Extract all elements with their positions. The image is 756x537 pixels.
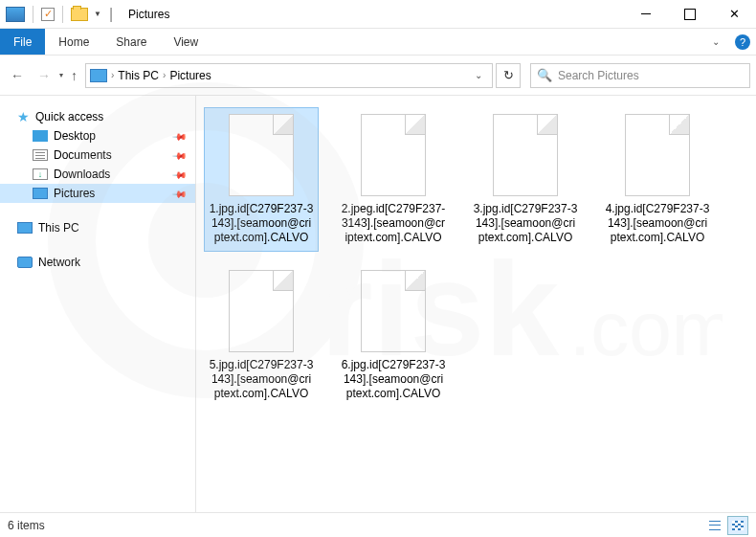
titlebar: ✓ ▼ | Pictures ✕ [0, 0, 756, 29]
forward-button[interactable]: → [33, 64, 56, 87]
pin-icon: 📌 [172, 128, 188, 144]
close-button[interactable]: ✕ [712, 0, 756, 29]
location-icon [90, 69, 107, 82]
address-dropdown-icon[interactable]: ⌄ [469, 70, 488, 80]
sidebar-item-pictures[interactable]: Pictures📌 [0, 184, 195, 203]
file-name: 1.jpg.id[C279F237-3143].[seamoon@criptex… [209, 202, 314, 245]
star-icon: ★ [17, 109, 30, 124]
sidebar-quick-access[interactable]: ★ Quick access [0, 107, 195, 126]
sidebar-label: Quick access [35, 110, 103, 123]
large-icons-view-button[interactable] [727, 516, 748, 535]
sidebar-item-label: Downloads [54, 168, 110, 181]
breadcrumb[interactable]: Pictures [169, 69, 211, 82]
sidebar-network[interactable]: Network [0, 253, 195, 272]
file-name: 6.jpg.id[C279F237-3143].[seamoon@criptex… [341, 358, 446, 401]
file-list[interactable]: 1.jpg.id[C279F237-3143].[seamoon@criptex… [196, 96, 756, 512]
chevron-right-icon[interactable]: › [111, 70, 114, 80]
pin-icon: 📌 [172, 147, 188, 163]
sidebar-item-label: Documents [54, 148, 112, 162]
quick-access-toolbar: ✓ ▼ | Pictures [0, 6, 169, 23]
title-divider: | [109, 6, 113, 23]
qat-divider [62, 6, 63, 23]
qat-properties-icon[interactable]: ✓ [41, 8, 55, 21]
app-icon [6, 7, 25, 22]
file-item[interactable]: 4.jpg.id[C279F237-3143].[seamoon@criptex… [600, 107, 715, 252]
tab-file[interactable]: File [0, 29, 45, 55]
details-view-button[interactable] [704, 516, 725, 535]
refresh-button[interactable]: ↻ [496, 63, 521, 88]
window-title: Pictures [128, 8, 169, 21]
maximize-button[interactable] [668, 0, 712, 29]
sidebar-label: Network [38, 256, 80, 269]
qat-dropdown-icon[interactable]: ▼ [94, 10, 101, 18]
file-item[interactable]: 3.jpg.id[C279F237-3143].[seamoon@criptex… [468, 107, 583, 252]
search-placeholder: Search Pictures [558, 69, 639, 82]
help-icon: ? [735, 34, 750, 50]
file-item[interactable]: 5.jpg.id[C279F237-3143].[seamoon@criptex… [204, 263, 319, 408]
sidebar-label: This PC [38, 221, 79, 235]
file-icon [229, 114, 294, 196]
network-icon [17, 257, 33, 268]
chevron-right-icon[interactable]: › [163, 70, 166, 80]
down-icon [33, 168, 48, 180]
search-icon: 🔍 [537, 68, 552, 82]
tab-view[interactable]: View [160, 29, 211, 55]
tab-home[interactable]: Home [45, 29, 102, 55]
ribbon-collapse-icon[interactable]: ⌄ [702, 29, 729, 55]
sidebar-item-desktop[interactable]: Desktop📌 [0, 126, 195, 145]
sidebar-item-downloads[interactable]: Downloads📌 [0, 165, 195, 184]
file-name: 3.jpg.id[C279F237-3143].[seamoon@criptex… [473, 202, 578, 245]
ribbon: File Home Share View ⌄ ? [0, 29, 756, 56]
file-item[interactable]: 6.jpg.id[C279F237-3143].[seamoon@criptex… [336, 263, 451, 408]
file-icon [361, 270, 426, 352]
history-dropdown-icon[interactable]: ▾ [59, 71, 63, 79]
desktop-icon [33, 130, 48, 142]
pin-icon: 📌 [172, 167, 188, 182]
address-bar[interactable]: › This PC › Pictures ⌄ [85, 63, 493, 88]
minimize-button[interactable] [624, 0, 668, 29]
sidebar-item-label: Pictures [54, 187, 95, 200]
sidebar-item-documents[interactable]: Documents📌 [0, 145, 195, 165]
tab-share[interactable]: Share [102, 29, 160, 55]
qat-newfolder-icon[interactable] [71, 8, 88, 21]
file-item[interactable]: 2.jpeg.id[C279F237-3143].[seamoon@cripte… [336, 107, 451, 252]
pin-icon: 📌 [172, 186, 188, 201]
breadcrumb[interactable]: This PC [118, 69, 159, 82]
help-button[interactable]: ? [729, 29, 756, 55]
search-input[interactable]: 🔍 Search Pictures [530, 63, 750, 88]
file-icon [229, 270, 294, 352]
file-icon [361, 114, 426, 196]
file-icon [625, 114, 690, 196]
sidebar-this-pc[interactable]: This PC [0, 218, 195, 237]
navigation-bar: ← → ▾ ↑ › This PC › Pictures ⌄ ↻ 🔍 Searc… [0, 56, 756, 96]
content-area: ★ Quick access Desktop📌Documents📌Downloa… [0, 96, 756, 512]
status-bar: 6 items [0, 512, 756, 537]
up-button[interactable]: ↑ [71, 68, 78, 83]
file-name: 2.jpeg.id[C279F237-3143].[seamoon@cripte… [341, 202, 446, 245]
file-item[interactable]: 1.jpg.id[C279F237-3143].[seamoon@criptex… [204, 107, 319, 252]
item-count: 6 items [8, 519, 45, 532]
sidebar-item-label: Desktop [54, 129, 96, 143]
file-icon [493, 114, 558, 196]
qat-divider [33, 6, 33, 23]
back-button[interactable]: ← [6, 64, 29, 87]
file-name: 5.jpg.id[C279F237-3143].[seamoon@criptex… [209, 358, 314, 401]
window-controls: ✕ [624, 0, 756, 29]
navigation-pane: ★ Quick access Desktop📌Documents📌Downloa… [0, 96, 196, 512]
docs-icon [33, 149, 48, 161]
file-name: 4.jpg.id[C279F237-3143].[seamoon@criptex… [605, 202, 710, 245]
pc-icon [17, 222, 33, 234]
pics-icon [33, 188, 48, 199]
